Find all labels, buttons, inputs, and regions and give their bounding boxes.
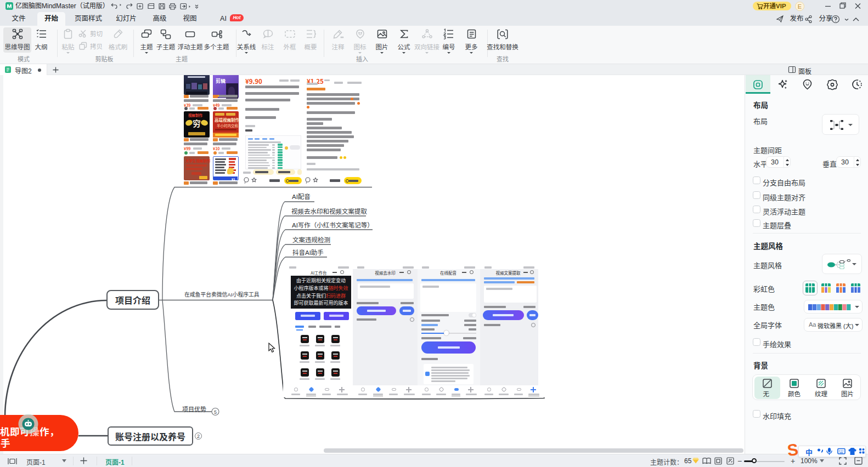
svg-text:5: 5	[214, 409, 217, 415]
